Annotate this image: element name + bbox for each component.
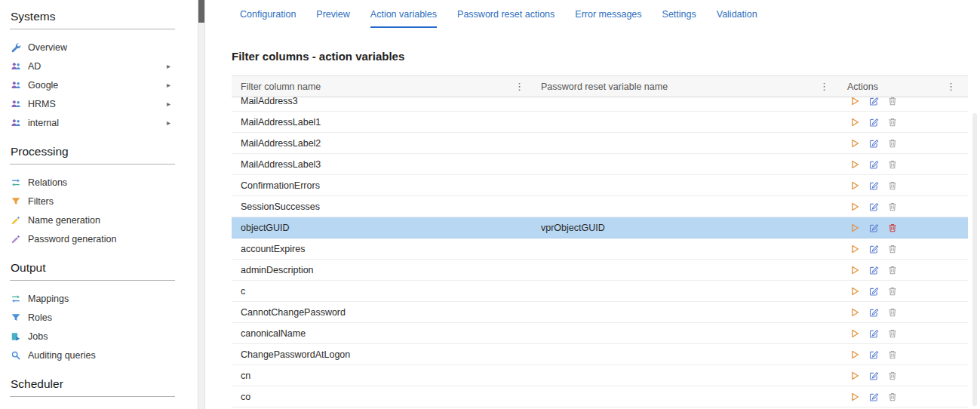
delete-icon[interactable] (886, 264, 898, 275)
sidebar-item-overview[interactable]: Overview (10, 38, 175, 57)
edit-icon[interactable] (868, 97, 879, 106)
run-icon[interactable] (849, 349, 860, 360)
table-row[interactable]: MailAddressLabel3 (232, 154, 968, 175)
edit-icon[interactable] (868, 243, 879, 254)
table-row[interactable]: objectGUIDvprObjectGUID (232, 217, 968, 238)
edit-icon[interactable] (868, 328, 879, 339)
delete-icon[interactable] (886, 391, 898, 402)
sidebar-item-relations[interactable]: Relations (10, 173, 175, 192)
sidebar-item-name-generation[interactable]: Name generation (10, 211, 175, 229)
run-icon[interactable] (849, 306, 860, 318)
edit-icon[interactable] (868, 116, 879, 128)
sidebar-item-ad[interactable]: AD▸ (10, 57, 175, 75)
tab-action-variables[interactable]: Action variables (370, 9, 437, 28)
run-icon[interactable] (849, 370, 860, 381)
mappings-icon (10, 293, 22, 305)
run-icon[interactable] (849, 222, 860, 233)
edit-icon[interactable] (868, 137, 879, 149)
run-icon[interactable] (849, 243, 860, 254)
run-icon[interactable] (849, 158, 860, 170)
edit-icon[interactable] (868, 349, 879, 360)
sidebar-section-title: Processing (10, 141, 190, 163)
table-header: Filter column name ⋮ Password reset vari… (232, 75, 968, 97)
scrollbar-thumb-icon[interactable] (198, 0, 204, 23)
delete-icon[interactable] (886, 201, 898, 212)
sidebar-item-internal[interactable]: internal▸ (10, 113, 175, 132)
column-header-filter-column-name: Filter column name ⋮ (232, 76, 533, 97)
edit-icon[interactable] (868, 285, 879, 297)
table-row[interactable]: cn (232, 365, 968, 386)
column-menu-icon[interactable]: ⋮ (513, 81, 526, 92)
delete-icon[interactable] (886, 180, 898, 191)
tab-configuration[interactable]: Configuration (240, 9, 296, 28)
edit-icon[interactable] (868, 158, 879, 170)
edit-icon[interactable] (868, 201, 879, 212)
run-icon[interactable] (849, 137, 860, 149)
column-header-label: Actions (847, 81, 878, 92)
delete-icon[interactable] (886, 306, 898, 318)
table-row[interactable]: MailAddressLabel2 (232, 133, 968, 154)
run-icon[interactable] (849, 97, 860, 106)
sidebar-item-filters[interactable]: Filters (10, 192, 175, 211)
table-row[interactable]: SessionSuccesses (232, 196, 968, 217)
delete-icon[interactable] (886, 137, 898, 149)
run-icon[interactable] (849, 201, 860, 212)
table-row[interactable]: accountExpires (232, 238, 968, 260)
delete-icon[interactable] (886, 285, 898, 297)
divider (10, 396, 175, 397)
delete-icon[interactable] (886, 222, 898, 233)
sidebar-section-scheduler: SchedulerOverview (10, 374, 190, 409)
edit-icon[interactable] (868, 264, 879, 275)
delete-icon[interactable] (886, 349, 898, 360)
sidebar-item-roles[interactable]: Roles (10, 308, 175, 327)
sidebar-item-google[interactable]: Google▸ (10, 75, 175, 94)
table-row[interactable]: canonicalName (232, 323, 968, 344)
search-icon (10, 349, 22, 361)
delete-icon[interactable] (886, 116, 898, 128)
table-row[interactable]: ChangePasswordAtLogon (232, 344, 968, 365)
delete-icon[interactable] (886, 158, 898, 170)
tab-validation[interactable]: Validation (717, 9, 757, 28)
sidebar-item-overview[interactable]: Overview (10, 405, 175, 409)
table-row[interactable]: CannotChangePassword (232, 302, 968, 323)
sidebar-item-mappings[interactable]: Mappings (10, 289, 175, 308)
tab-preview[interactable]: Preview (316, 9, 349, 28)
row-actions (838, 365, 968, 386)
edit-icon[interactable] (868, 222, 879, 233)
sidebar-item-password-generation[interactable]: Password generation (10, 229, 175, 248)
run-icon[interactable] (849, 116, 860, 128)
sidebar-item-jobs[interactable]: Jobs (10, 327, 175, 346)
run-icon[interactable] (849, 391, 860, 402)
delete-icon[interactable] (886, 243, 898, 254)
tab-error-messages[interactable]: Error messages (575, 9, 641, 28)
table-row[interactable]: ConfirmationErrors (232, 175, 968, 196)
filter-column-name-cell: adminDescription (232, 260, 533, 280)
table-row[interactable]: co (232, 386, 968, 407)
sidebar-item-auditing-queries[interactable]: Auditing queries (10, 346, 175, 364)
sidebar-scrollbar[interactable] (198, 0, 205, 409)
divider (10, 29, 175, 29)
delete-icon[interactable] (886, 370, 898, 381)
table-row[interactable]: c (232, 281, 968, 302)
table-row[interactable]: MailAddressLabel1 (232, 112, 968, 133)
run-icon[interactable] (849, 285, 860, 297)
run-icon[interactable] (849, 264, 860, 275)
sidebar-item-hrms[interactable]: HRMS▸ (10, 94, 175, 113)
row-actions (838, 302, 968, 322)
tab-settings[interactable]: Settings (662, 9, 696, 28)
table-row[interactable]: MailAddress3 (232, 97, 968, 112)
sidebar-section-title: Systems (10, 6, 190, 28)
tab-password-reset-actions[interactable]: Password reset actions (457, 9, 555, 28)
table-scrollbar[interactable] (972, 113, 977, 406)
table-row[interactable]: adminDescription (232, 260, 968, 281)
run-icon[interactable] (849, 180, 860, 191)
run-icon[interactable] (849, 328, 860, 339)
column-menu-icon[interactable]: ⋮ (945, 81, 957, 92)
delete-icon[interactable] (886, 97, 898, 106)
edit-icon[interactable] (868, 306, 879, 318)
edit-icon[interactable] (868, 370, 879, 381)
column-menu-icon[interactable]: ⋮ (818, 81, 831, 92)
delete-icon[interactable] (886, 328, 898, 339)
edit-icon[interactable] (868, 391, 879, 402)
edit-icon[interactable] (868, 180, 879, 191)
